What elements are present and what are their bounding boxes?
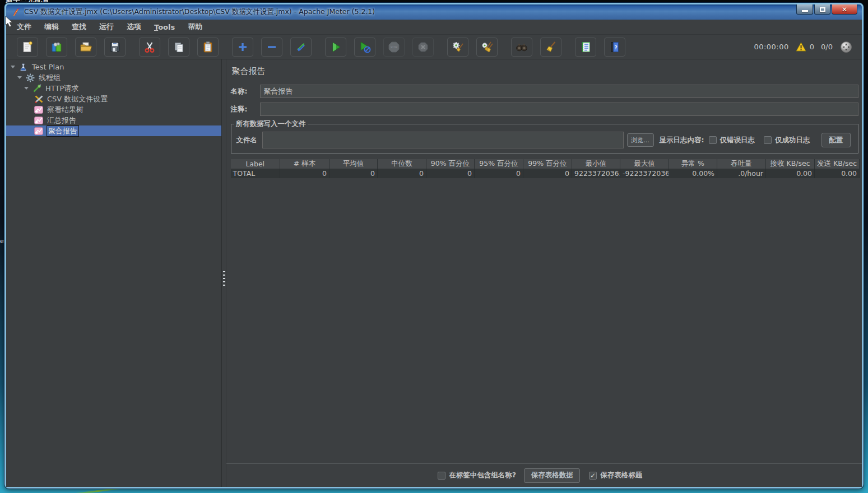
col-95pct[interactable]: 95% 百分位: [475, 159, 523, 169]
shutdown-button[interactable]: [412, 38, 434, 57]
browse-button[interactable]: 浏览...: [627, 133, 654, 147]
start-no-pauses-button[interactable]: [354, 38, 375, 57]
title-bar[interactable]: CSV 数据文件设置.jmx (C:\Users\Administrator\D…: [6, 4, 862, 20]
tree-item-thread-group[interactable]: 线程组: [6, 72, 221, 83]
http-sampler-dropper-icon: [33, 84, 42, 93]
clear-search-button[interactable]: [540, 38, 561, 57]
menu-edit[interactable]: 编辑: [44, 22, 59, 32]
tree-main-splitter[interactable]: [222, 59, 226, 487]
gear-broom-icon: [451, 40, 465, 54]
filename-input[interactable]: [262, 132, 624, 148]
save-table-data-button[interactable]: 保存表格数据: [524, 468, 580, 483]
window-title: CSV 数据文件设置.jmx (C:\Users\Administrator\D…: [24, 7, 375, 17]
help-book-icon: ?: [608, 40, 621, 54]
expand-arrow-icon[interactable]: [11, 66, 15, 68]
menu-search[interactable]: 查找: [72, 22, 86, 32]
tree-item-label: HTTP请求: [45, 83, 78, 94]
cell-90pct: 0: [426, 169, 475, 178]
configure-button[interactable]: 配置: [821, 133, 851, 147]
table-total-row: TOTAL 0 0 0 0 0 0 9223372036... -9223372…: [231, 169, 860, 178]
search-button[interactable]: [511, 38, 532, 57]
paste-button[interactable]: [197, 38, 219, 57]
tree-item-aggregate-report[interactable]: 聚合报告: [6, 125, 221, 136]
floppy-disk-icon: [108, 40, 122, 54]
plus-icon: [236, 40, 249, 54]
stop-octagon-icon: STOP: [387, 40, 401, 54]
tree-item-label: 汇总报告: [47, 115, 76, 125]
errors-only-checkbox[interactable]: [709, 136, 717, 144]
table-footer-bar: 在标签中包含组名称? 保存表格数据 保存表格标题: [226, 463, 862, 487]
include-group-name-checkbox[interactable]: [438, 472, 445, 480]
tree-item-view-results-tree[interactable]: 察看结果树: [6, 104, 221, 115]
col-throughput[interactable]: 吞吐量: [717, 159, 766, 169]
minimize-button[interactable]: [796, 4, 813, 15]
col-min[interactable]: 最小值: [572, 159, 620, 169]
errors-only-label: 仅错误日志: [720, 136, 755, 145]
menu-help[interactable]: 帮助: [188, 22, 202, 32]
cut-button[interactable]: [139, 38, 160, 57]
play-no-pause-icon: [358, 40, 372, 54]
thread-group-gear-icon: [26, 73, 35, 82]
col-received[interactable]: 接收 KB/sec: [766, 159, 815, 169]
name-input[interactable]: 聚合报告: [260, 85, 859, 98]
clear-all-button[interactable]: [476, 38, 498, 57]
close-button[interactable]: ✕: [832, 4, 857, 15]
log-error-count: 0: [810, 43, 814, 51]
start-button[interactable]: [325, 38, 346, 57]
function-helper-button[interactable]: [575, 38, 596, 57]
clipboard-icon: [201, 40, 215, 54]
menu-tools[interactable]: Tools: [154, 23, 175, 31]
close-icon: ✕: [842, 6, 847, 13]
col-sent[interactable]: 发送 KB/sec: [815, 159, 860, 169]
copy-button[interactable]: [168, 38, 189, 57]
cell-max: -9223372036...: [620, 169, 669, 178]
content-area: Test Plan 线程组: [6, 59, 862, 487]
maximize-button[interactable]: [814, 4, 830, 15]
menu-options[interactable]: 选项: [127, 22, 141, 32]
tree-item-summary-report[interactable]: 汇总报告: [6, 115, 221, 125]
templates-button[interactable]: [46, 38, 67, 57]
tree-item-test-plan[interactable]: Test Plan: [6, 62, 221, 72]
col-max[interactable]: 最大值: [620, 159, 669, 169]
tree-item-http-request[interactable]: HTTP请求: [6, 83, 221, 94]
col-error-pct[interactable]: 异常 %: [669, 159, 717, 169]
listener-chart-icon: [34, 105, 44, 114]
test-state-ball-icon: [839, 40, 853, 54]
menu-run[interactable]: 运行: [99, 22, 114, 32]
remove-button[interactable]: [261, 38, 282, 57]
toggle-button[interactable]: [290, 38, 312, 57]
stop-button[interactable]: STOP: [383, 38, 405, 57]
save-button[interactable]: [104, 38, 126, 57]
add-button[interactable]: [232, 38, 253, 57]
clear-button[interactable]: [447, 38, 468, 57]
comment-input[interactable]: [260, 103, 859, 116]
templates-icon: [50, 40, 63, 54]
cell-samples: 0: [280, 169, 329, 178]
col-99pct[interactable]: 99% 百分位: [523, 159, 572, 169]
menu-file[interactable]: 文件: [17, 22, 31, 32]
col-samples[interactable]: # 样本: [280, 159, 329, 169]
filename-label: 文件名: [236, 136, 262, 145]
success-only-checkbox[interactable]: [764, 136, 772, 144]
col-average[interactable]: 平均值: [329, 159, 378, 169]
maximize-icon: [820, 7, 825, 12]
name-label: 名称:: [231, 87, 260, 96]
help-button[interactable]: ?: [604, 38, 625, 57]
menu-bar: 文件 编辑 查找 运行 选项 Tools 帮助: [6, 20, 862, 35]
warning-icon[interactable]: [796, 42, 806, 52]
col-median[interactable]: 中位数: [378, 159, 426, 169]
new-file-button[interactable]: [17, 38, 38, 57]
open-button[interactable]: [75, 38, 96, 57]
cell-median: 0: [378, 169, 426, 178]
expand-arrow-icon[interactable]: [17, 76, 22, 79]
col-label[interactable]: Label: [231, 159, 280, 169]
svg-text:?: ?: [614, 44, 617, 50]
tree-item-csv-config[interactable]: CSV 数据文件设置: [6, 94, 221, 104]
gear-brooms-icon: [480, 40, 494, 54]
save-table-header-checkbox[interactable]: [589, 472, 597, 480]
expand-arrow-icon[interactable]: [24, 87, 29, 90]
cell-received: 0.00: [766, 169, 815, 178]
col-90pct[interactable]: 90% 百分位: [426, 159, 475, 169]
cell-sent: 0.00: [815, 169, 860, 178]
open-folder-icon: [79, 40, 92, 54]
